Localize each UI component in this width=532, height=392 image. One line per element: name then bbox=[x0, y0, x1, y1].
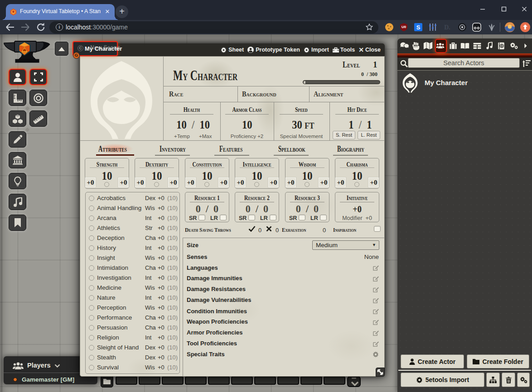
svg-text:U0: U0 bbox=[401, 25, 406, 29]
svg-text:20: 20 bbox=[23, 49, 26, 52]
svg-text:S: S bbox=[416, 24, 421, 31]
svg-text:D.: D. bbox=[444, 24, 450, 31]
